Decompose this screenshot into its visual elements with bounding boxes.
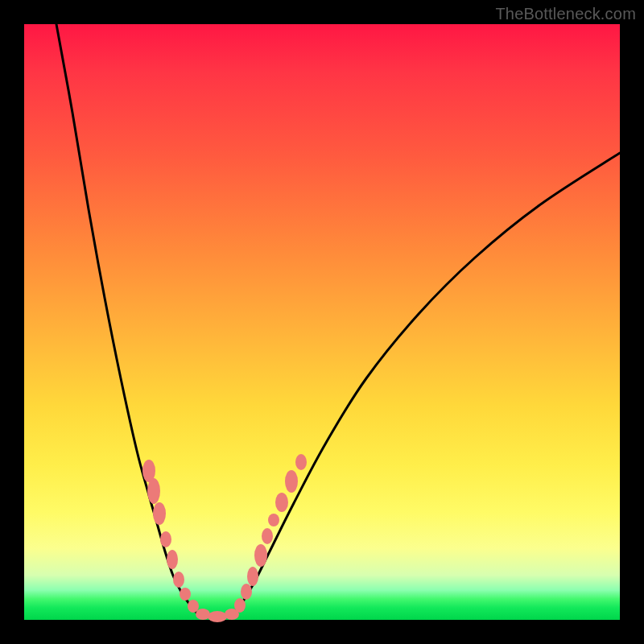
curve-marker bbox=[247, 567, 258, 586]
chart-frame: TheBottleneck.com bbox=[0, 0, 644, 644]
plot-area bbox=[24, 24, 620, 620]
curve-marker bbox=[208, 611, 227, 622]
curve-marker bbox=[285, 470, 298, 493]
watermark-text: TheBottleneck.com bbox=[495, 5, 636, 23]
curve-marker bbox=[254, 544, 267, 567]
curve-marker bbox=[196, 609, 210, 620]
curve-marker bbox=[234, 598, 246, 613]
curve-marker bbox=[268, 514, 279, 526]
curve-markers bbox=[142, 454, 307, 622]
curve-marker bbox=[153, 502, 166, 525]
bottleneck-curve bbox=[56, 24, 620, 617]
curve-marker bbox=[167, 550, 178, 569]
curve-marker bbox=[147, 478, 160, 504]
curve-marker bbox=[241, 584, 252, 600]
curve-marker bbox=[160, 531, 171, 547]
bottleneck-curve-path bbox=[56, 24, 620, 617]
curve-marker bbox=[262, 528, 273, 544]
curve-layer bbox=[24, 24, 620, 620]
curve-marker bbox=[295, 454, 307, 470]
curve-marker bbox=[173, 572, 184, 588]
curve-marker bbox=[180, 588, 191, 601]
curve-marker bbox=[275, 493, 288, 512]
curve-marker bbox=[188, 600, 199, 613]
